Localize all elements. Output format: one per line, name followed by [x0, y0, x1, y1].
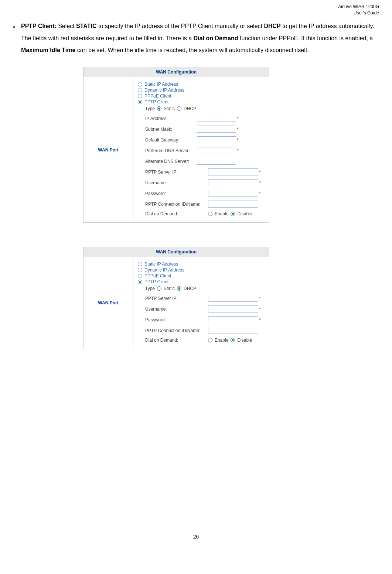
opt-dynamic-ip-label: Dynamic IP Address [144, 88, 184, 93]
bullet-paragraph: ● PPTP Client: Select STATIC to specify … [13, 20, 379, 57]
opt-pptp[interactable]: PPTP Client [138, 99, 265, 105]
text-seg-2: to specify the IP address of the PPTP Cl… [96, 23, 264, 29]
type-dhcp-radio[interactable] [177, 106, 181, 111]
password-label: Password: [145, 317, 208, 322]
opt-dynamic-ip-label: Dynamic IP Address [144, 267, 184, 273]
gateway-input[interactable] [197, 136, 236, 143]
pdns-input[interactable] [197, 147, 236, 154]
opt-pppoe-label: PPPoE Client [144, 93, 171, 99]
type-static-radio[interactable] [157, 106, 161, 111]
pptp-server-label: PPTP Server IP: [145, 170, 208, 175]
page-number: 26 [13, 534, 379, 540]
conn-id-input[interactable] [208, 327, 258, 334]
dod-enable-radio[interactable] [208, 338, 212, 342]
opt-dynamic-ip[interactable]: Dynamic IP Address [138, 88, 265, 93]
type-static-label: Static [164, 286, 175, 291]
panel-title: WAN Configuration [83, 247, 269, 257]
radio-icon [138, 88, 142, 92]
subnet-input[interactable] [197, 126, 236, 133]
type-static-radio[interactable] [157, 286, 161, 291]
username-label: Username: [145, 180, 208, 185]
type-dhcp-label: DHCP [184, 106, 196, 111]
opt-dynamic-ip[interactable]: Dynamic IP Address [138, 267, 265, 273]
type-dhcp-label: DHCP [184, 286, 196, 291]
radio-icon [138, 268, 142, 272]
pptp-client-label: PPTP Client: [21, 23, 57, 29]
radio-icon [138, 262, 142, 266]
panel-left-label: WAN Port [83, 257, 133, 349]
bullet-text: PPTP Client: Select STATIC to specify th… [21, 20, 379, 57]
opt-static-ip[interactable]: Static IP Address [138, 82, 265, 87]
opt-pptp-label: PPTP Client [144, 99, 168, 105]
required-asterisk: * [237, 148, 239, 153]
adns-label: Alternate DNS Server: [145, 159, 197, 164]
type-row: Type Static DHCP [138, 106, 265, 111]
required-asterisk: * [259, 180, 261, 185]
opt-pptp-label: PPTP Client [144, 279, 168, 284]
type-static-label: Static [164, 106, 175, 111]
wan-config-panel-static: WAN Configuration WAN Port Static IP Add… [83, 67, 269, 223]
dod-disable-radio[interactable] [231, 338, 235, 342]
dod-enable-radio[interactable] [208, 212, 212, 216]
password-input[interactable] [208, 316, 258, 323]
opt-static-ip-label: Static IP Address [144, 82, 178, 87]
opt-static-ip-label: Static IP Address [144, 262, 178, 267]
pptp-server-input[interactable] [208, 295, 258, 302]
conn-id-label: PPTP Connection ID/Name: [145, 328, 208, 333]
gateway-label: Default Gateway: [145, 137, 197, 143]
dhcp-word: DHCP [264, 23, 280, 29]
field-username: Username:* [138, 305, 265, 312]
username-input[interactable] [208, 179, 258, 186]
field-adns: Alternate DNS Server: [138, 158, 265, 165]
conn-id-label: PPTP Connection ID/Name: [145, 202, 208, 207]
max-idle-word: Maximum Idle Time [21, 47, 75, 53]
field-subnet: Subnet Mask:* [138, 126, 265, 133]
opt-pppoe-label: PPPoE Client [144, 273, 171, 279]
pptp-server-input[interactable] [208, 168, 258, 175]
opt-pppoe[interactable]: PPPoE Client [138, 273, 265, 279]
radio-selected-icon [138, 280, 142, 284]
text-seg-4: function under PPPoE. If this function i… [238, 35, 373, 41]
header-doc-title: User's Guide [13, 10, 379, 16]
conn-id-input[interactable] [208, 201, 258, 208]
required-asterisk: * [259, 317, 261, 322]
opt-static-ip[interactable]: Static IP Address [138, 262, 265, 267]
dod-disable-radio[interactable] [231, 212, 235, 216]
radio-selected-icon [138, 100, 142, 104]
static-word: STATIC [76, 23, 96, 29]
required-asterisk: * [259, 170, 261, 175]
username-label: Username: [145, 307, 208, 312]
panel-title: WAN Configuration [83, 67, 269, 77]
field-pptp-server: PPTP Server IP:* [138, 295, 265, 302]
field-dial-on-demand: Dial on Demand: Enable Disable [138, 338, 265, 343]
field-conn-id: PPTP Connection ID/Name: [138, 201, 265, 208]
required-asterisk: * [259, 191, 261, 196]
pptp-server-label: PPTP Server IP: [145, 296, 208, 301]
dod-enable-label: Enable [215, 211, 228, 216]
opt-pptp[interactable]: PPTP Client [138, 279, 265, 284]
dod-disable-label: Disable [237, 338, 252, 343]
dod-enable-label: Enable [215, 338, 228, 343]
required-asterisk: * [259, 307, 261, 312]
password-input[interactable] [208, 190, 258, 197]
field-pptp-server: PPTP Server IP:* [138, 168, 265, 175]
ip-label: IP Address: [145, 116, 197, 121]
adns-input[interactable] [197, 158, 236, 165]
dial-label: Dial on Demand: [145, 211, 208, 216]
opt-pppoe[interactable]: PPPoE Client [138, 93, 265, 99]
field-password: Password:* [138, 190, 265, 197]
ip-input[interactable] [197, 115, 236, 122]
required-asterisk: * [259, 296, 261, 301]
subnet-label: Subnet Mask: [145, 127, 197, 132]
field-password: Password:* [138, 316, 265, 323]
type-label: Type [145, 106, 155, 111]
type-dhcp-radio[interactable] [177, 286, 181, 291]
username-input[interactable] [208, 305, 258, 312]
dial-label: Dial on Demand: [145, 338, 208, 343]
pdns-label: Preferred DNS Server: [145, 148, 197, 153]
field-pdns: Preferred DNS Server:* [138, 147, 265, 154]
dod-disable-label: Disable [237, 211, 252, 216]
field-conn-id: PPTP Connection ID/Name: [138, 327, 265, 334]
field-gateway: Default Gateway:* [138, 136, 265, 143]
panel-left-label: WAN Port [83, 77, 133, 222]
